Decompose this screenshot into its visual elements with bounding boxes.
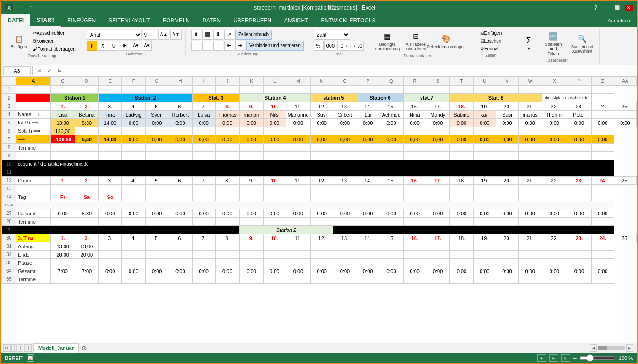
col-header-w[interactable]: W [518, 77, 542, 86]
cancel-formula-btn[interactable]: ✕ [35, 66, 44, 75]
increase-decimal-btn[interactable]: .0→ [337, 41, 350, 51]
cell-reference-input[interactable] [3, 66, 31, 75]
tab-daten[interactable]: DATEN [196, 14, 227, 27]
minimize-btn[interactable]: ─ [16, 5, 24, 11]
tab-datei[interactable]: DATEI [1, 14, 30, 27]
tab-next-btn[interactable]: ⟩ [18, 344, 23, 352]
align-center-btn[interactable]: ≡ [202, 41, 212, 51]
conditional-format-btn[interactable]: ▤ BedingteFormatierung [373, 30, 401, 53]
tab-ueberpruefen[interactable]: ÜBERPRÜFEN [227, 14, 278, 27]
angle-text-btn[interactable]: ↗ [224, 30, 234, 40]
spreadsheet-container[interactable]: A C D E F G H I J K L M N O P Q R [1, 77, 637, 343]
tab-last-btn[interactable]: ⟩⟩ [24, 344, 32, 352]
align-right-btn[interactable]: ≡ [213, 41, 223, 51]
bold-btn[interactable]: F [87, 41, 97, 51]
col-header-g[interactable]: G [146, 77, 168, 86]
scrollbar-thumb[interactable] [598, 346, 607, 350]
tab-einfuegen[interactable]: EINFÜGEN [61, 14, 102, 27]
as-table-btn[interactable]: ⊞ Als Tabelleformatieren [403, 30, 428, 53]
col-header-a[interactable]: A [16, 77, 51, 86]
col-header-aa[interactable]: AA [614, 77, 636, 86]
col-header-s[interactable]: S [426, 77, 450, 86]
tab-formeln[interactable]: FORMELN [157, 14, 196, 27]
col-header-f[interactable]: F [122, 77, 146, 86]
autosum-btn[interactable]: Σ ▾ [519, 34, 538, 53]
add-sheet-btn[interactable]: ⊕ [79, 343, 90, 353]
restore-btn[interactable]: □ [27, 5, 35, 11]
font-size-decrease-btn[interactable]: A▼ [170, 30, 182, 40]
tab-start[interactable]: START [30, 14, 61, 27]
col-header-v[interactable]: V [496, 77, 518, 86]
col-header-y[interactable]: Y [567, 77, 591, 86]
normal-view-btn[interactable]: ⊞ [537, 354, 546, 362]
col-header-x[interactable]: X [542, 77, 567, 86]
font-color-btn[interactable]: A▾ [142, 41, 152, 51]
format-cells-btn[interactable]: ⚙ Format - [478, 45, 503, 52]
tab-ansicht[interactable]: ANSICHT [278, 14, 315, 27]
underline-btn[interactable]: U [109, 41, 119, 51]
number-format-select[interactable]: Zahl [314, 30, 350, 40]
cut-btn[interactable]: ✂ Ausschneiden [31, 30, 77, 37]
cell-styles-btn[interactable]: 🎨 Zellenformatvorlagen [430, 32, 462, 50]
find-select-btn[interactable]: 🔍 Suchen undAuswählen [569, 32, 595, 55]
format-painter-btn[interactable]: 🖌 Format übertragen [31, 46, 77, 53]
sheet-tab-modell-januar[interactable]: Modell_Januar [33, 343, 79, 353]
col-header-n[interactable]: N [311, 77, 333, 86]
col-header-c[interactable]: C [51, 77, 75, 86]
merge-center-btn[interactable]: Verbinden und zentrieren [246, 41, 304, 51]
insert-cells-btn[interactable]: ⊞ Einfügen [478, 30, 503, 37]
delete-cells-btn[interactable]: ⊟ Löschen [479, 37, 503, 44]
font-size-input[interactable] [143, 30, 157, 40]
font-size-increase-btn[interactable]: A▲ [158, 30, 170, 40]
align-middle-btn[interactable]: ⬛ [202, 30, 212, 40]
formula-input[interactable] [66, 66, 635, 75]
window-close-btn[interactable]: ✕ [625, 5, 633, 11]
col-header-k[interactable]: K [239, 77, 263, 86]
col-header-r[interactable]: R [404, 77, 426, 86]
decrease-indent-btn[interactable]: ⇤ [224, 41, 234, 51]
scrollbar-right-btn[interactable]: ▶ [626, 344, 633, 352]
italic-btn[interactable]: K [98, 41, 108, 51]
zoom-slider[interactable] [579, 354, 616, 362]
col-header-h[interactable]: H [168, 77, 192, 86]
increase-indent-btn[interactable]: ⇥ [235, 41, 245, 51]
copy-btn[interactable]: ⧉ Kopieren [31, 37, 77, 45]
col-header-o[interactable]: O [333, 77, 357, 86]
window-minimize-btn[interactable]: ─ [601, 5, 609, 11]
decrease-decimal-btn[interactable]: ←.0 [351, 41, 364, 51]
sort-filter-btn[interactable]: 🔤 Sortieren undFiltern [540, 30, 567, 57]
col-header-q[interactable]: Q [379, 77, 403, 86]
window-restore-btn[interactable]: ⬜ [613, 5, 621, 11]
tab-entwicklertools[interactable]: ENTWICKLERTOOLS [315, 14, 382, 27]
januar-cell[interactable]: Januar [16, 94, 51, 102]
col-header-t[interactable]: T [449, 77, 473, 86]
col-header-u[interactable]: U [473, 77, 496, 86]
paste-btn[interactable]: 📋 Einfügen [8, 32, 30, 50]
tab-first-btn[interactable]: ⟨⟨ [3, 344, 11, 352]
page-break-btn[interactable]: ⊡ [561, 354, 570, 362]
horizontal-scrollbar[interactable] [598, 346, 625, 350]
fill-color-btn[interactable]: A▾ [131, 41, 141, 51]
col-header-j[interactable]: J [215, 77, 239, 86]
col-header-e[interactable]: E [98, 77, 121, 86]
col-header-i[interactable]: I [192, 77, 215, 86]
col-header-m[interactable]: M [286, 77, 311, 86]
border-btn[interactable]: ⊞ [120, 41, 130, 51]
insert-function-btn[interactable]: fx [55, 66, 64, 75]
col-header-d[interactable]: D [75, 77, 98, 86]
comma-btn[interactable]: 000 [324, 41, 336, 51]
percent-btn[interactable]: % [314, 41, 324, 51]
tab-seitenlayout[interactable]: SEITENLAYOUT [102, 14, 156, 27]
col-header-z[interactable]: Z [591, 77, 614, 86]
align-top-btn[interactable]: ⬆ [191, 30, 201, 40]
font-name-select[interactable]: Arial [87, 30, 142, 40]
wrap-text-btn[interactable]: Zeilenumbruch [235, 30, 272, 40]
tab-prev-btn[interactable]: ⟨ [11, 344, 17, 352]
col-header-l[interactable]: L [263, 77, 286, 86]
login-btn[interactable]: Anmelden [601, 14, 637, 27]
align-bottom-btn[interactable]: ⬇ [213, 30, 223, 40]
help-btn[interactable]: ? [594, 5, 597, 11]
scrollbar-left-btn[interactable]: ◀ [590, 344, 597, 352]
align-left-btn[interactable]: ≡ [191, 41, 201, 51]
page-layout-btn[interactable]: ⊟ [549, 354, 558, 362]
